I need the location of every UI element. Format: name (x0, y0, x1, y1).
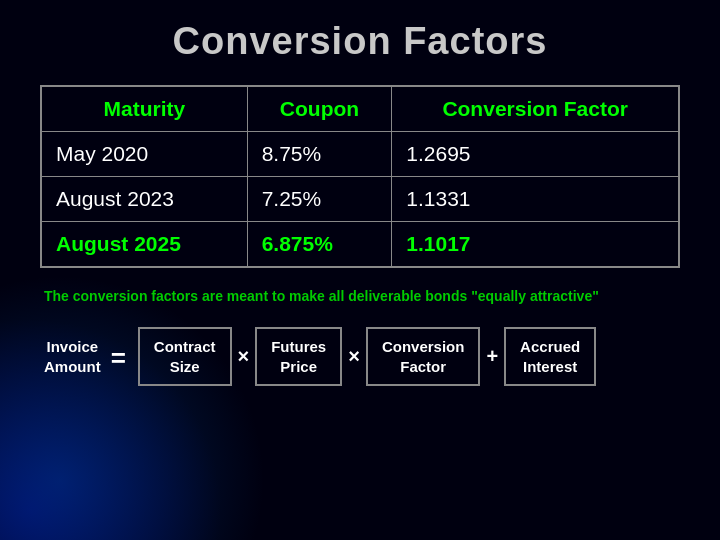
invoice-amount-label: Invoice Amount (44, 337, 101, 376)
futures-price-line2: Price (271, 357, 326, 377)
formula-row: Invoice Amount = Contract Size × Futures… (40, 327, 680, 386)
equals-sign: = (101, 343, 136, 374)
times-sign-1: × (234, 345, 254, 368)
contract-size-line2: Size (154, 357, 216, 377)
table-cell-0-0: May 2020 (41, 132, 247, 177)
table-cell-2-0: August 2025 (41, 222, 247, 268)
table-cell-2-1: 6.875% (247, 222, 392, 268)
times-sign-2: × (344, 345, 364, 368)
table-cell-0-1: 8.75% (247, 132, 392, 177)
note-text: The conversion factors are meant to make… (40, 286, 680, 307)
table-header-row: Maturity Coupon Conversion Factor (41, 86, 679, 132)
conversion-factor-table: Maturity Coupon Conversion Factor May 20… (40, 85, 680, 268)
plus-sign: + (482, 345, 502, 368)
table-cell-2-2: 1.1017 (392, 222, 679, 268)
invoice-label-line1: Invoice (46, 337, 98, 357)
contract-size-block: Contract Size (138, 327, 232, 386)
contract-size-line1: Contract (154, 337, 216, 357)
table-row: May 20208.75%1.2695 (41, 132, 679, 177)
invoice-label-line2: Amount (44, 357, 101, 377)
col-header-maturity: Maturity (41, 86, 247, 132)
table-row: August 20237.25%1.1331 (41, 177, 679, 222)
table-cell-0-2: 1.2695 (392, 132, 679, 177)
table-row: August 20256.875%1.1017 (41, 222, 679, 268)
conversion-factor-block: Conversion Factor (366, 327, 481, 386)
futures-price-block: Futures Price (255, 327, 342, 386)
col-header-coupon: Coupon (247, 86, 392, 132)
conversion-factor-line2: Factor (382, 357, 465, 377)
page-wrapper: Conversion Factors Maturity Coupon Conve… (0, 0, 720, 406)
accrued-interest-block: Accrued Interest (504, 327, 596, 386)
table-cell-1-1: 7.25% (247, 177, 392, 222)
futures-price-line1: Futures (271, 337, 326, 357)
conversion-factor-line1: Conversion (382, 337, 465, 357)
page-title: Conversion Factors (40, 20, 680, 63)
col-header-conversion-factor: Conversion Factor (392, 86, 679, 132)
accrued-interest-line1: Accrued (520, 337, 580, 357)
table-cell-1-2: 1.1331 (392, 177, 679, 222)
table-cell-1-0: August 2023 (41, 177, 247, 222)
accrued-interest-line2: Interest (520, 357, 580, 377)
